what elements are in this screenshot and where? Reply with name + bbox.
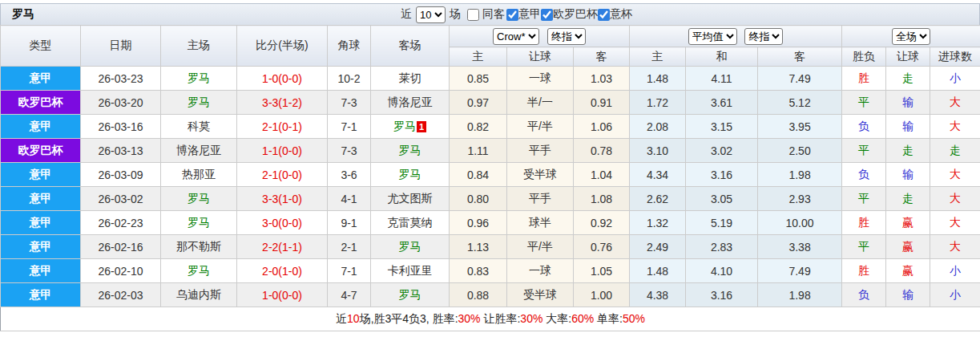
league-cell: 意甲 <box>1 115 81 139</box>
goals-result-cell: 大 <box>930 163 980 187</box>
col-header-date: 日期 <box>81 26 161 67</box>
score-cell: 2-2(1-1) <box>237 235 328 259</box>
league-cell: 意甲 <box>1 235 81 259</box>
table-row: 意甲26-03-09热那亚2-1(0-0)3-6罗马0.84受半球1.044.3… <box>1 163 980 187</box>
league-filter-checkbox[interactable] <box>598 9 610 21</box>
col-header-away: 客场 <box>371 26 450 67</box>
euro-home-odds: 4.38 <box>630 283 686 307</box>
home-team-cell: 博洛尼亚 <box>161 139 237 163</box>
sub-header-euro-draw: 和 <box>686 47 758 67</box>
handicap-cell: 平手 <box>507 187 574 211</box>
league-filter-checkbox[interactable] <box>541 9 553 21</box>
euro-away-odds: 7.49 <box>758 259 842 283</box>
handicap-result-cell: 赢 <box>886 235 930 259</box>
col-header-type: 类型 <box>1 26 81 67</box>
euro-draw-odds: 4.11 <box>686 67 758 91</box>
corner-cell: 9-1 <box>328 211 371 235</box>
home-team-cell: 科莫 <box>161 115 237 139</box>
same-venue-checkbox[interactable] <box>467 9 479 21</box>
date-cell: 26-02-03 <box>81 283 161 307</box>
euro-home-odds: 2.62 <box>630 187 686 211</box>
league-filter-checkbox[interactable] <box>506 9 518 21</box>
sub-header-euro-away: 客 <box>758 47 842 67</box>
asian-home-odds: 0.97 <box>450 91 507 115</box>
date-cell: 26-02-23 <box>81 211 161 235</box>
score-cell: 3-3(1-0) <box>237 187 328 211</box>
result-cell: 胜 <box>842 259 886 283</box>
score-cell: 2-0(1-0) <box>237 259 328 283</box>
euro-odds-type-select[interactable]: 终指 <box>744 28 783 45</box>
summary-segment: 大率: <box>542 312 571 325</box>
handicap-result-cell: 输 <box>886 163 930 187</box>
team-name: 罗马 <box>12 7 34 22</box>
league-filters: 意甲欧罗巴杯意杯 <box>506 7 632 22</box>
away-team-cell: 莱切 <box>371 67 450 91</box>
euro-away-odds: 3.38 <box>758 235 842 259</box>
asian-odds-type-select[interactable]: 终指 <box>547 28 586 45</box>
euro-away-odds: 1.98 <box>758 283 842 307</box>
table-row: 意甲26-02-10罗马2-0(1-0)7-1卡利亚里0.83一球1.051.4… <box>1 259 980 283</box>
toolbar: 罗马 近 10 场 同客 意甲欧罗巴杯意杯 <box>0 3 980 25</box>
asian-company-select[interactable]: Crow* <box>493 28 539 45</box>
handicap-result-cell: 走 <box>886 67 930 91</box>
date-cell: 26-03-23 <box>81 67 161 91</box>
euro-away-odds: 5.12 <box>758 91 842 115</box>
away-team-name: 卡利亚里 <box>388 264 433 277</box>
recent-count-select[interactable]: 10 <box>416 6 446 23</box>
euro-odds-group-header: 平均值 终指 <box>630 26 842 47</box>
date-cell: 26-03-20 <box>81 91 161 115</box>
col-header-corner: 角球 <box>328 26 371 67</box>
home-team-cell: 罗马 <box>161 211 237 235</box>
euro-draw-odds: 3.16 <box>686 163 758 187</box>
euro-home-odds: 3.10 <box>630 139 686 163</box>
euro-company-select[interactable]: 平均值 <box>688 28 737 45</box>
handicap-cell: 平手 <box>507 139 574 163</box>
asian-odds-group-header: Crow* 终指 <box>450 26 630 47</box>
asian-away-odds: 1.04 <box>574 163 630 187</box>
euro-home-odds: 1.32 <box>630 211 686 235</box>
result-cell: 胜 <box>842 67 886 91</box>
result-cell: 负 <box>842 163 886 187</box>
home-team-cell: 乌迪内斯 <box>161 283 237 307</box>
corner-cell: 2-1 <box>328 235 371 259</box>
handicap-cell: 一球 <box>507 259 574 283</box>
handicap-result-cell: 赢 <box>886 259 930 283</box>
asian-away-odds: 0.76 <box>574 235 630 259</box>
match-stats-panel: 罗马 近 10 场 同客 意甲欧罗巴杯意杯 类型 日期 主场 比分(半场) 角球… <box>0 0 980 337</box>
matches-label: 场 <box>450 7 461 22</box>
summary-segment: 50% <box>623 312 645 325</box>
table-row: 意甲26-02-23罗马3-0(0-0)9-1克雷莫纳0.96球半0.921.3… <box>1 211 980 235</box>
away-team-name: 莱切 <box>399 71 421 84</box>
result-scope-select[interactable]: 全场 <box>892 28 930 45</box>
sub-header-asian-away: 客 <box>574 47 630 67</box>
col-header-score: 比分(半场) <box>237 26 328 67</box>
handicap-cell: 平/半 <box>507 235 574 259</box>
league-cell: 意甲 <box>1 187 81 211</box>
euro-home-odds: 2.49 <box>630 235 686 259</box>
euro-draw-odds: 3.61 <box>686 91 758 115</box>
asian-home-odds: 0.80 <box>450 187 507 211</box>
league-filter-label: 欧罗巴杯 <box>553 7 598 22</box>
euro-home-odds: 2.08 <box>630 115 686 139</box>
handicap-cell: 一球 <box>507 67 574 91</box>
away-team-name: 罗马 <box>399 288 421 301</box>
goals-result-cell: 大 <box>930 91 980 115</box>
league-cell: 意甲 <box>1 283 81 307</box>
goals-result-cell: 小 <box>930 283 980 307</box>
date-cell: 26-03-13 <box>81 139 161 163</box>
date-cell: 26-02-16 <box>81 235 161 259</box>
table-row: 意甲26-02-16那不勒斯2-2(1-1)2-1罗马1.13平/半0.762.… <box>1 235 980 259</box>
euro-away-odds: 7.49 <box>758 67 842 91</box>
match-history-table: 类型 日期 主场 比分(半场) 角球 客场 Crow* 终指 平均值 终指 全场 <box>0 25 980 331</box>
score-cell: 1-1(0-0) <box>237 139 328 163</box>
handicap-cell: 平/半 <box>507 115 574 139</box>
sub-header-handicap: 让球 <box>507 47 574 67</box>
handicap-result-cell: 走 <box>886 187 930 211</box>
euro-draw-odds: 2.83 <box>686 235 758 259</box>
home-team-cell: 热那亚 <box>161 163 237 187</box>
away-team-cell: 博洛尼亚 <box>371 91 450 115</box>
score-cell: 1-0(0-0) <box>237 283 328 307</box>
summary-segment: 让胜率: <box>481 312 521 325</box>
goals-result-cell: 小 <box>930 259 980 283</box>
table-row: 意甲26-03-23罗马1-0(0-0)10-2莱切0.85一球1.031.48… <box>1 67 980 91</box>
